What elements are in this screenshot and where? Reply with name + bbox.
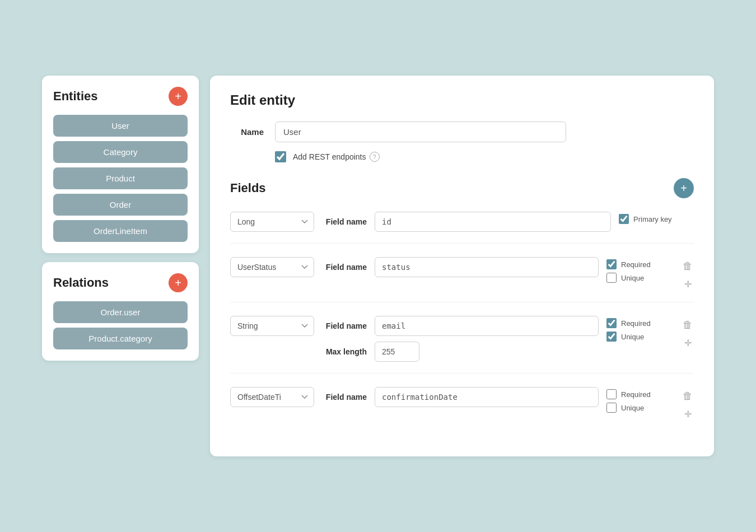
required-label-status: Required <box>621 260 651 269</box>
relations-title: Relations <box>53 276 109 290</box>
max-length-input-email[interactable] <box>375 342 419 362</box>
field-actions-email: 🗑 ✛ <box>682 316 694 349</box>
field-name-input-status[interactable] <box>375 257 599 277</box>
required-checkbox-confirmationdate[interactable] <box>606 389 617 399</box>
field-name-label-email: Field name <box>322 321 367 330</box>
unique-checkbox-confirmationdate[interactable] <box>606 403 617 413</box>
add-relation-button[interactable]: + <box>169 273 188 292</box>
field-name-row-id: Field name <box>322 212 611 232</box>
move-icon-email[interactable]: ✛ <box>683 337 693 349</box>
field-options-email: Required Unique <box>606 316 674 342</box>
field-row-confirmationdate: OffsetDateTi Field name Required Unique <box>230 387 694 432</box>
field-actions-confirmationdate: 🗑 ✛ <box>682 387 694 421</box>
entity-category-button[interactable]: Category <box>53 141 188 163</box>
required-label-confirmationdate: Required <box>621 390 651 399</box>
required-label-email: Required <box>621 319 651 328</box>
unique-label-status: Unique <box>621 274 644 282</box>
field-name-section-email: Field name Max length <box>322 316 599 362</box>
move-icon-confirmationdate[interactable]: ✛ <box>683 408 693 421</box>
add-entity-button[interactable]: + <box>169 87 188 106</box>
rest-endpoints-row: Add REST endpoints ? <box>275 151 694 162</box>
fields-header: Fields + <box>230 178 694 198</box>
right-panel: Edit entity Name Add REST endpoints ? Fi… <box>210 76 714 456</box>
edit-entity-title: Edit entity <box>230 92 694 108</box>
required-row-status: Required <box>606 259 674 269</box>
unique-row-status: Unique <box>606 273 674 283</box>
field-name-label-id: Field name <box>322 217 367 226</box>
field-name-row-status: Field name <box>322 257 599 277</box>
unique-row-confirmationdate: Unique <box>606 403 674 413</box>
relation-order-user-button[interactable]: Order.user <box>53 301 188 323</box>
name-row: Name <box>230 122 694 142</box>
entities-card: Entities + User Category Product Order O… <box>42 76 199 253</box>
left-panel: Entities + User Category Product Order O… <box>42 76 199 361</box>
field-name-label-status: Field name <box>322 263 367 272</box>
field-options-confirmationdate: Required Unique <box>606 387 674 413</box>
field-row-status: UserStatus Field name Required Unique <box>230 257 694 302</box>
rest-endpoints-label: Add REST endpoints ? <box>293 152 380 162</box>
unique-row-email: Unique <box>606 332 674 342</box>
entity-name-input[interactable] <box>275 122 566 142</box>
name-label: Name <box>230 127 264 137</box>
add-field-button[interactable]: + <box>674 178 694 198</box>
required-row-email: Required <box>606 318 674 328</box>
entity-order-button[interactable]: Order <box>53 194 188 216</box>
field-name-input-email[interactable] <box>375 316 599 336</box>
field-name-input-confirmationdate[interactable] <box>375 387 599 407</box>
field-row-id: Long Field name Primary key <box>230 212 694 244</box>
unique-checkbox-status[interactable] <box>606 273 617 283</box>
entity-product-button[interactable]: Product <box>53 167 188 189</box>
relation-product-category-button[interactable]: Product.category <box>53 328 188 349</box>
entities-header: Entities + <box>53 87 188 106</box>
field-row-email: String Field name Max length Required <box>230 316 694 374</box>
unique-checkbox-email[interactable] <box>606 332 617 342</box>
field-type-select-email[interactable]: String <box>230 316 314 336</box>
field-type-select-confirmationdate[interactable]: OffsetDateTi <box>230 387 314 407</box>
field-actions-status: 🗑 ✛ <box>682 257 694 291</box>
field-name-row-confirmationdate: Field name <box>322 387 599 407</box>
field-name-section-status: Field name <box>322 257 599 277</box>
relations-header: Relations + <box>53 273 188 292</box>
primary-key-checkbox[interactable] <box>619 214 629 224</box>
field-options-status: Required Unique <box>606 257 674 283</box>
max-length-row-email: Max length <box>322 342 599 362</box>
help-icon[interactable]: ? <box>370 152 380 162</box>
fields-title: Fields <box>230 181 266 195</box>
required-checkbox-status[interactable] <box>606 259 617 269</box>
field-type-select-status[interactable]: UserStatus <box>230 257 314 277</box>
entity-orderlineitem-button[interactable]: OrderLineItem <box>53 220 188 242</box>
field-name-row-email: Field name <box>322 316 599 336</box>
field-name-section-confirmationdate: Field name <box>322 387 599 407</box>
unique-label-email: Unique <box>621 333 644 341</box>
field-options-id: Primary key <box>619 212 686 224</box>
field-name-input-id[interactable] <box>375 212 611 232</box>
entities-title: Entities <box>53 89 97 104</box>
field-name-label-confirmationdate: Field name <box>322 393 367 402</box>
delete-icon-email[interactable]: 🗑 <box>682 318 694 332</box>
delete-icon-confirmationdate[interactable]: 🗑 <box>682 389 694 403</box>
field-type-select-id[interactable]: Long <box>230 212 314 232</box>
entity-user-button[interactable]: User <box>53 115 188 137</box>
move-icon-status[interactable]: ✛ <box>683 278 693 291</box>
delete-icon-status[interactable]: 🗑 <box>682 259 694 273</box>
max-length-label-email: Max length <box>322 347 367 356</box>
relations-card: Relations + Order.user Product.category <box>42 262 199 361</box>
unique-label-confirmationdate: Unique <box>621 404 644 412</box>
field-name-section-id: Field name <box>322 212 611 232</box>
main-container: Entities + User Category Product Order O… <box>42 76 714 456</box>
required-checkbox-email[interactable] <box>606 318 617 328</box>
primary-key-label: Primary key <box>633 215 672 223</box>
required-row-confirmationdate: Required <box>606 389 674 399</box>
rest-endpoints-checkbox[interactable] <box>275 151 286 162</box>
primary-key-row: Primary key <box>619 214 686 224</box>
